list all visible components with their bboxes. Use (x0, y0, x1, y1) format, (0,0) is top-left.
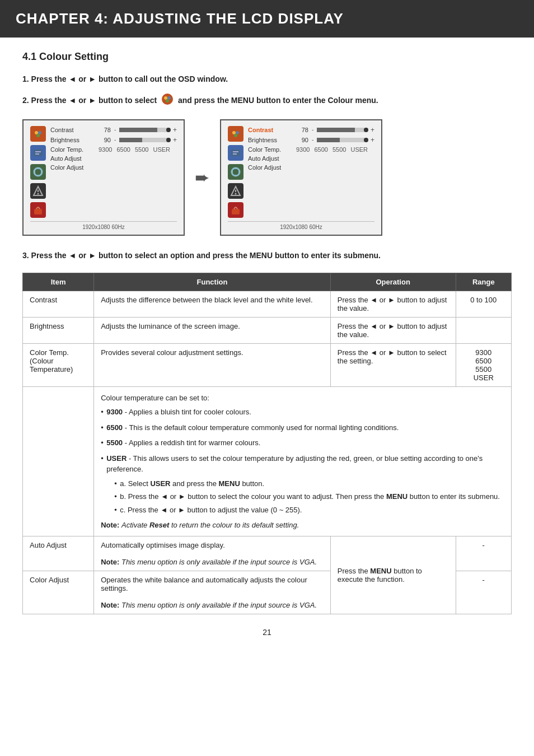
osd-label-colortemp-2: Color Temp. (248, 146, 293, 153)
temp-6500-1: 6500 (116, 146, 130, 153)
svg-rect-9 (35, 151, 41, 152)
svg-point-6 (38, 131, 41, 134)
chapter-header: CHAPTER 4: ADJUSTING THE LCD DISPLAY (0, 0, 534, 38)
osd-bar-fill-contrast-2 (317, 128, 354, 132)
step-2-text: Press the or button to select (31, 96, 159, 105)
osd-plus-2: + (173, 136, 177, 144)
svg-point-11 (34, 168, 42, 176)
td-colortemp-op: Press the or button to select the settin… (330, 344, 456, 387)
osd-label-coloradjust-2: Color Adjust (248, 164, 293, 171)
svg-point-18 (38, 193, 39, 194)
td-autoadjust-range: - (456, 536, 511, 571)
osd-row-contrast-1: Contrast 78 - + (50, 126, 177, 134)
td-coloradjust-item: Color Adjust (23, 571, 94, 614)
osd-label-autoadjust-1: Auto Adjust (50, 155, 95, 162)
osd-label-colortemp-1: Color Temp. (50, 146, 95, 153)
osd-dash-1: - (114, 127, 116, 133)
td-brightness-range (456, 318, 511, 344)
osd-row-autoadjust-1: Auto Adjust (50, 155, 177, 162)
osd-icon-5b (228, 202, 243, 218)
step-1-text: Press the or button to call out the OSD … (31, 74, 228, 83)
step-1: 1. Press the or button to call out the O… (22, 73, 512, 85)
step-2: 2. Press the or button to select and pre… (22, 93, 512, 109)
chapter-title: CHAPTER 4: ADJUSTING THE LCD DISPLAY (16, 10, 344, 27)
osd-plus-2b: + (371, 136, 374, 144)
osd-row-coloradjust-1: Color Adjust (50, 164, 177, 171)
temp-5500-1: 5500 (135, 146, 148, 153)
svg-point-2 (167, 96, 171, 100)
osd-temp-opts-2: 9300 6500 5500 USER (296, 146, 368, 153)
osd-icon-colour-2 (228, 126, 243, 142)
temp-6500-2: 6500 (314, 146, 327, 153)
td-autoadjust-op: Press the MENU button to execute the fun… (330, 536, 456, 614)
osd-bar-brightness (119, 138, 170, 142)
osd-screen-1: Contrast 78 - + Brightness 90 - (22, 119, 185, 236)
td-colortemp-detail: Colour temperature can be set to: 9300 -… (94, 387, 512, 536)
page-num-value: 21 (263, 628, 271, 637)
svg-rect-26 (233, 153, 237, 155)
page-number: 21 (22, 628, 512, 637)
osd-temp-opts-1: 9300 6500 5500 USER (99, 146, 170, 153)
info-table: Item Function Operation Range Contrast A… (22, 273, 512, 614)
osd-dash-2: - (114, 137, 116, 143)
osd-icon-2b (228, 145, 243, 161)
osd-menu-1: Contrast 78 - + Brightness 90 - (50, 126, 177, 218)
temp-user-1: USER (153, 146, 170, 153)
td-colortemp-detail-empty (23, 387, 94, 536)
osd-bar-dot-brightness (166, 138, 171, 142)
osd-bar-dot-contrast (166, 128, 171, 132)
osd-row-autoadjust-2: Auto Adjust (248, 155, 374, 162)
substep-b: b. Press the or button to select the col… (114, 491, 504, 502)
td-brightness-op: Press the or button to adjust the value. (330, 318, 456, 344)
osd-dash-2b: - (312, 137, 313, 143)
osd-icon-4 (30, 183, 46, 199)
step-3-text: Press the or button to select an option … (31, 251, 381, 260)
svg-point-22 (236, 131, 239, 134)
th-function: Function (94, 273, 331, 291)
svg-point-1 (164, 96, 167, 100)
osd-plus-1b: + (371, 126, 374, 134)
osd-label-contrast: Contrast (50, 127, 95, 133)
osd-val-brightness-2: 90 (296, 137, 308, 143)
svg-rect-24 (231, 150, 240, 156)
th-item: Item (23, 273, 94, 291)
temp-9300-2: 9300 (296, 146, 310, 153)
td-colortemp-item: Color Temp.(ColourTemperature) (23, 344, 94, 387)
td-coloradjust-func: Operates the white balance and automatic… (94, 571, 331, 614)
osd-label-coloradjust-1: Color Adjust (50, 164, 95, 171)
substep-a: a. Select USER and press the MENU button… (114, 478, 504, 489)
step-1-num: 1. (22, 74, 29, 83)
osd-icon-list-1 (30, 126, 46, 218)
osd-row-colortemp-2: Color Temp. 9300 6500 5500 USER (248, 146, 374, 153)
substep-c: c. Press the or button to adjust the val… (114, 505, 504, 516)
svg-rect-35 (232, 209, 240, 214)
osd-bar-brightness-2 (317, 138, 367, 142)
arrow-icon: ➨ (195, 167, 210, 188)
osd-row-contrast-2: Contrast 78 - + (248, 126, 374, 134)
td-contrast-op: Press the or button to adjust the value. (330, 291, 456, 318)
svg-point-21 (232, 131, 236, 134)
td-colortemp-func: Provides several colour adjustment setti… (94, 344, 331, 387)
temp-9300-1: 9300 (99, 146, 112, 153)
svg-point-27 (232, 168, 240, 176)
step-3: 3. Press the or button to select an opti… (22, 249, 512, 262)
osd-plus-1: + (173, 126, 177, 134)
table-row-autoadjust: Auto Adjust Automatically optimises imag… (23, 536, 512, 571)
step-2-num: 2. (22, 96, 29, 105)
osd-dash-1b: - (312, 127, 313, 133)
osd-container: Contrast 78 - + Brightness 90 - (22, 119, 512, 236)
osd-row-brightness-1: Brightness 90 - + (50, 136, 177, 144)
colour-icon (161, 93, 174, 109)
step-3-num: 3. (22, 251, 29, 260)
osd-icon-4b (228, 183, 243, 199)
temp-user-2: USER (350, 146, 368, 153)
osd-icon-2 (30, 145, 46, 161)
step-2-text2: and press the MENU button to enter the C… (178, 96, 378, 105)
osd-row-coloradjust-2: Color Adjust (248, 164, 374, 171)
td-autoadjust-func: Automatically optimises image display. N… (94, 536, 331, 571)
bullet-6500: 6500 - This is the default colour temper… (101, 422, 504, 433)
section-title: 4.1 Colour Setting (22, 51, 512, 63)
td-brightness-item: Brightness (23, 318, 94, 344)
svg-rect-10 (35, 153, 39, 155)
osd-screen-2: Contrast 78 - + Brightness 90 - (220, 119, 382, 236)
